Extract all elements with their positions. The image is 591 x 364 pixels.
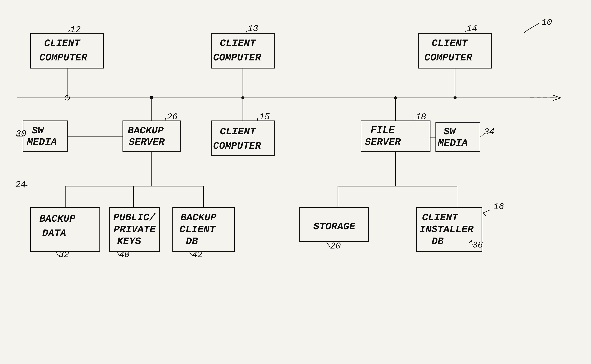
ref-36-label: 36 [472, 240, 483, 250]
svg-rect-0 [0, 0, 591, 364]
client14-line2: COMPUTER [424, 52, 472, 64]
fileserver-line2: SERVER [365, 136, 401, 148]
ref-16-label: 16 [493, 202, 504, 212]
ref-40-label: 40 [119, 250, 130, 260]
backupclientdb-line3: DB [186, 236, 198, 247]
diagram-container: 10 CLIENT COMPUTER 12 CLIENT COMPUTER 13… [0, 0, 591, 364]
swmedia34-line2: MEDIA [438, 137, 468, 149]
client12-line2: COMPUTER [39, 52, 87, 64]
swmedia30-line1: SW [32, 125, 45, 136]
clientinstallerdb-line2: INSTALLER [420, 224, 474, 235]
pubkeys-line3: KEYS [117, 236, 141, 247]
client15-line1: CLIENT [220, 126, 256, 137]
swmedia34-line1: SW [444, 126, 456, 137]
ref-42-label: 42 [192, 250, 203, 260]
backupdata-line2: DATA [42, 228, 66, 239]
client15-line2: COMPUTER [213, 140, 261, 152]
ref-12-label: 12 [70, 25, 81, 35]
backupserver-line1: BACKUP [128, 125, 164, 136]
client12-line1: CLIENT [44, 38, 81, 49]
pubkeys-line1: PUBLIC/ [113, 212, 156, 223]
ref-26-label: 26 [167, 112, 177, 122]
ref-30-label: 30 [16, 129, 26, 139]
ref-34-label: 34 [484, 127, 494, 137]
ref-15-label: 15 [259, 112, 270, 122]
swmedia30-line2: MEDIA [27, 136, 57, 148]
storage-label: STORAGE [313, 221, 356, 232]
backupserver-line2: SERVER [129, 136, 165, 148]
ref-13-label: 13 [248, 24, 258, 34]
client13-line1: CLIENT [220, 38, 256, 49]
ref-20-label: 20 [330, 241, 341, 251]
ref-14-label: 14 [466, 24, 477, 34]
ref-10-label: 10 [541, 18, 552, 28]
backupclientdb-line2: CLIENT [179, 224, 216, 235]
client13-line2: COMPUTER [213, 52, 261, 64]
backupclientdb-line1: BACKUP [180, 212, 217, 223]
backupdata-line1: BACKUP [39, 213, 75, 225]
pubkeys-line2: PRIVATE [114, 224, 156, 235]
ref-32-label: 32 [59, 250, 69, 260]
client14-line1: CLIENT [432, 38, 468, 49]
fileserver-line1: FILE [371, 124, 395, 136]
clientinstallerdb-line3: DB [432, 236, 444, 247]
ref-18-label: 18 [416, 112, 426, 122]
clientinstallerdb-line1: CLIENT [422, 212, 459, 223]
